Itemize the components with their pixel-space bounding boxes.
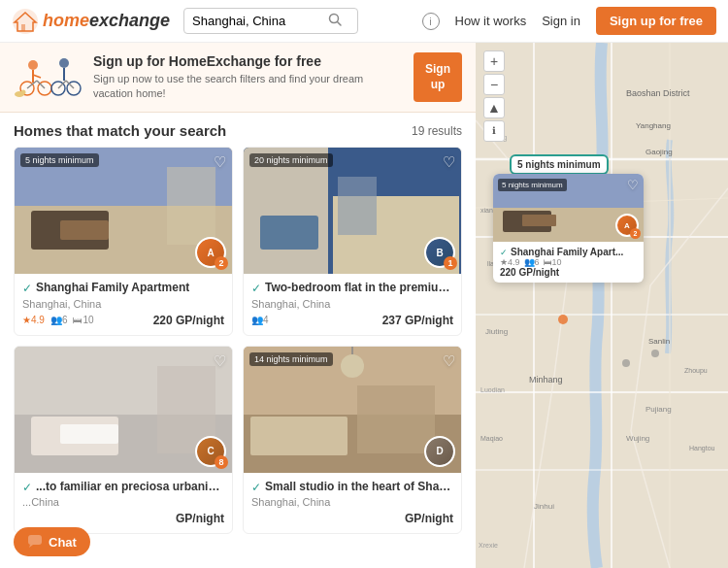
listing-price-4: GP/night (405, 512, 453, 525)
compass-button[interactable]: ▲ (483, 97, 505, 118)
chat-bubble[interactable]: Chat (14, 527, 90, 556)
svg-rect-2 (21, 24, 25, 31)
svg-point-69 (622, 359, 630, 367)
listings-grid: 5 nights minimum ♡ A 2 ✓ Shanghai Family… (0, 147, 476, 548)
search-input[interactable] (192, 14, 328, 28)
svg-rect-74 (522, 215, 556, 226)
listing-image-1: 5 nights minimum ♡ A 2 (15, 148, 232, 274)
heart-icon-1[interactable]: ♡ (214, 153, 226, 171)
listing-meta-4: GP/night (251, 512, 453, 525)
results-title: Homes that match your search (14, 122, 226, 139)
listing-info-2: ✓ Two-bedroom flat in the premium locati… (244, 274, 461, 335)
listing-card-2[interactable]: 20 nights minimum ♡ B 1 ✓ Two-bedroom fl… (243, 147, 462, 336)
listing-card-3[interactable]: ♡ C 8 ✓ ...to familiar en preciosa urban… (14, 346, 233, 535)
listing-name-row-3: ✓ ...to familiar en preciosa urbanizac..… (22, 480, 224, 495)
signup-button[interactable]: Sign up for free (596, 7, 716, 35)
listing-location-1: Shanghai, China (22, 298, 224, 310)
svg-point-68 (558, 315, 568, 324)
listing-stats-2: 👥4 (251, 315, 269, 325)
main-layout: Sign up for HomeExchange for free Sign u… (0, 43, 728, 568)
listing-card[interactable]: 5 nights minimum ♡ A 2 ✓ Shanghai Family… (14, 147, 233, 336)
room-count-1: 🛏10 (73, 315, 93, 325)
avatar-count-3: 8 (215, 455, 228, 469)
map-card-meta: ★4.9 👥6 🛏10 (500, 257, 637, 267)
map-card-nights-badge: 5 nights minimum (498, 179, 567, 191)
zoom-in-button[interactable]: + (483, 50, 505, 72)
svg-point-12 (59, 58, 69, 68)
star-rating-1: ★4.9 (22, 315, 45, 325)
map-card-verified: ✓ (500, 248, 508, 257)
logo-icon (12, 8, 39, 35)
svg-line-7 (33, 75, 41, 78)
svg-rect-23 (60, 220, 109, 240)
zoom-out-button[interactable]: − (483, 74, 505, 95)
svg-rect-38 (357, 385, 435, 453)
listing-info-4: ✓ Small studio in the heart of Shanghai,… (244, 473, 461, 534)
svg-point-5 (28, 60, 38, 70)
sign-in-link[interactable]: Sign in (542, 14, 580, 28)
svg-rect-75 (28, 535, 42, 545)
svg-text:Xrexie: Xrexie (479, 542, 498, 549)
map-panel[interactable]: Baoshan District Yanghang Gaojing Lu...n… (476, 43, 728, 568)
map-pin[interactable]: 5 nights minimum (510, 154, 609, 175)
svg-point-39 (341, 354, 364, 378)
verified-icon-4: ✓ (251, 481, 261, 494)
listing-card-4[interactable]: 14 nights minimum ♡ D ✓ Small studio in … (243, 346, 462, 535)
map-listing-card[interactable]: A 2 ♡ 5 nights minimum ✓ Shanghai Family… (493, 174, 644, 283)
svg-point-70 (651, 350, 659, 357)
search-bar[interactable] (183, 8, 358, 34)
listing-location-4: Shanghai, China (251, 496, 453, 508)
svg-text:Zhoupu: Zhoupu (684, 367, 708, 375)
guest-count-1: 👥6 (50, 315, 68, 325)
cyclist-illustration (14, 53, 82, 102)
info-icon[interactable]: i (422, 13, 440, 30)
map-card-name-row: ✓ Shanghai Family Apart... (500, 247, 637, 257)
map-container: Baoshan District Yanghang Gaojing Lu...n… (476, 43, 728, 568)
listing-name-3: ...to familiar en preciosa urbanizac... (36, 480, 224, 495)
nights-badge-2: 20 nights minimum (249, 153, 333, 167)
logo-home-text: home (43, 11, 89, 31)
guest-count-2: 👥4 (251, 315, 269, 325)
listing-price-3: GP/night (176, 512, 224, 525)
map-card-heart[interactable]: ♡ (627, 178, 639, 192)
map-card-rating: ★4.9 (500, 257, 520, 267)
listing-image-3: ♡ C 8 (15, 347, 232, 473)
svg-text:Hangtou: Hangtou (689, 445, 715, 452)
map-background: Baoshan District Yanghang Gaojing Lu...n… (476, 43, 728, 568)
svg-text:Baoshan District: Baoshan District (626, 88, 690, 98)
banner-description: Sign up now to use the search filters an… (93, 72, 402, 102)
svg-rect-37 (250, 417, 347, 455)
how-it-works-link[interactable]: How it works (455, 14, 527, 28)
search-icon[interactable] (328, 13, 342, 29)
left-panel: Sign up for HomeExchange for free Sign u… (0, 43, 476, 568)
info-map-button[interactable]: ℹ (483, 120, 505, 142)
header: homeexchange i How it works Sign in Sign… (0, 0, 728, 43)
logo[interactable]: homeexchange (12, 8, 170, 35)
map-card-guests: 👥6 (524, 257, 540, 267)
listing-name-row-4: ✓ Small studio in the heart of Shanghai,… (251, 480, 453, 495)
svg-point-19 (21, 89, 26, 94)
results-count: 19 results (412, 124, 462, 138)
banner-signup-button[interactable]: Signup (414, 52, 462, 102)
verified-icon-1: ✓ (22, 282, 32, 295)
results-header: Homes that match your search 19 results (0, 113, 476, 147)
svg-text:Yanghang: Yanghang (636, 121, 671, 130)
map-card-price: 220 GP/night (500, 267, 637, 278)
listing-location-3: ...China (22, 496, 224, 508)
listing-info-3: ✓ ...to familiar en preciosa urbanizac..… (15, 473, 232, 534)
heart-icon-3[interactable]: ♡ (214, 352, 226, 370)
svg-line-4 (338, 22, 342, 26)
svg-text:Luodian: Luodian (480, 386, 505, 393)
map-card-image: A 2 ♡ 5 nights minimum (493, 174, 644, 242)
heart-icon-4[interactable]: ♡ (443, 352, 455, 370)
map-listing-info: ✓ Shanghai Family Apart... ★4.9 👥6 🛏10 2… (493, 242, 644, 283)
nights-badge-1: 5 nights minimum (20, 153, 99, 167)
svg-rect-24 (167, 167, 215, 245)
svg-text:Minhang: Minhang (529, 375, 563, 384)
heart-icon-2[interactable]: ♡ (443, 153, 455, 171)
listing-name-2: Two-bedroom flat in the premium location… (265, 281, 453, 296)
listing-meta-2: 👥4 237 GP/night (251, 314, 453, 327)
svg-rect-28 (260, 216, 318, 250)
verified-icon-2: ✓ (251, 282, 261, 295)
svg-text:Gaojing: Gaojing (645, 148, 673, 156)
